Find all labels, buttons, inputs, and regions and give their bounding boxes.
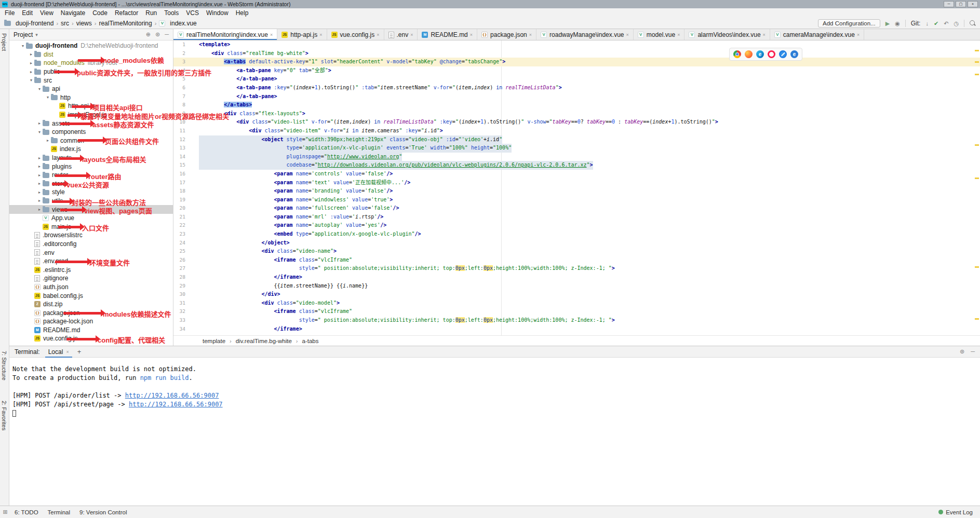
tree-item-style[interactable]: ▸style [9, 188, 173, 197]
editor-breadcrumb-item[interactable]: a-tabs [302, 338, 318, 344]
tree-item-http-api.js[interactable]: JShttp-api.js [9, 102, 173, 111]
editor-tab[interactable]: MREADME.md× [418, 29, 477, 40]
tree-item-assets[interactable]: ▸assets [9, 119, 173, 128]
ie-icon[interactable]: e [790, 50, 798, 58]
tree-item-babel.config.js[interactable]: JSbabel.config.js [9, 291, 173, 300]
tree-chevron-icon[interactable]: ▸ [36, 164, 43, 169]
terminal-link[interactable]: http://192.168.66.56:9007 [125, 392, 219, 399]
breadcrumb-item[interactable]: realTimeMonitoring [99, 20, 152, 27]
menu-navigate[interactable]: Navigate [57, 8, 89, 18]
tree-item-.eslintrc.js[interactable]: JS.eslintrc.js [9, 265, 173, 274]
terminal-link[interactable]: http://192.168.66.56:9007 [129, 401, 223, 408]
editor-tab[interactable]: VcameraManage\index.vue× [770, 29, 864, 40]
tree-chevron-icon[interactable]: ▾ [28, 78, 34, 83]
search-icon[interactable] [970, 20, 976, 26]
safari-icon[interactable] [779, 50, 787, 58]
chevron-down-icon[interactable]: ▾ [35, 32, 38, 37]
tree-item-.gitignore[interactable]: .gitignore [9, 274, 173, 283]
editor-scrollbar[interactable] [974, 40, 980, 335]
tree-item-src[interactable]: ▾src [9, 76, 173, 85]
terminal-tab-local[interactable]: Local × [45, 346, 72, 358]
editor-tab[interactable]: {}package.json× [477, 29, 536, 40]
tree-chevron-icon[interactable]: ▾ [36, 130, 43, 134]
tree-item-importExcel.js[interactable]: JSimportExcel.js [9, 111, 173, 119]
tree-item-vue.config.js[interactable]: JSvue.config.js [9, 334, 173, 343]
tree-item-layouts[interactable]: ▸layouts [9, 154, 173, 162]
terminal-settings-icon[interactable]: ⊛ [960, 348, 964, 355]
tree-item-store[interactable]: ▸store [9, 180, 173, 188]
status-6-todo[interactable]: 6: TODO [15, 509, 38, 515]
close-tab-icon[interactable]: × [377, 32, 379, 37]
tree-chevron-icon[interactable]: ▸ [36, 207, 43, 212]
menu-edit[interactable]: Edit [18, 8, 36, 18]
close-tab-icon[interactable]: × [270, 32, 273, 37]
close-tab-icon[interactable]: × [470, 32, 473, 37]
hide-panel-icon[interactable]: ─ [165, 31, 169, 38]
close-tab-icon[interactable]: × [410, 32, 413, 37]
tool-window-switcher-icon[interactable]: ⊞ [0, 509, 10, 515]
tree-item-.env[interactable]: .env [9, 248, 173, 257]
code-editor[interactable]: 1<template>2 <div class="realTime bg-whi… [173, 40, 980, 335]
git-history-icon[interactable]: ◷ [954, 19, 959, 28]
tree-item-index.js[interactable]: JSindex.js [9, 145, 173, 154]
tree-chevron-icon[interactable]: ▸ [28, 52, 34, 57]
tree-item-http[interactable]: ▾http [9, 93, 173, 102]
terminal-output[interactable]: Note that the development build is not o… [9, 358, 980, 506]
editor-tab[interactable]: Vmodel.vue× [634, 29, 685, 40]
breadcrumb-item[interactable]: duoji-frontend [4, 20, 53, 27]
git-rollback-icon[interactable]: ↶ [944, 19, 948, 28]
minimize-button[interactable] [944, 1, 954, 7]
tree-item-components[interactable]: ▾components [9, 128, 173, 137]
editor-breadcrumb-item[interactable]: div.realTime.bg-white [236, 338, 292, 344]
menu-view[interactable]: View [36, 8, 57, 18]
tree-chevron-icon[interactable]: ▸ [28, 61, 34, 65]
tree-chevron-icon[interactable]: ▾ [36, 87, 43, 91]
close-button[interactable] [968, 1, 978, 7]
tree-item-node_modules[interactable]: ▸node_moduleslibrary root [9, 59, 173, 67]
tree-item-api[interactable]: ▾api [9, 85, 173, 93]
tree-item-utils[interactable]: ▸utils [9, 197, 173, 206]
tree-chevron-icon[interactable]: ▾ [45, 95, 51, 100]
close-tab-icon[interactable]: × [529, 32, 532, 37]
close-tab-icon[interactable]: × [857, 32, 860, 37]
status-9-version-control[interactable]: 9: Version Control [79, 509, 127, 515]
tree-item-package-lock.json[interactable]: {}package-lock.json [9, 317, 173, 326]
run-icon[interactable]: ▶ [885, 19, 890, 28]
tree-item-duoji-frontend[interactable]: ▾duoji-frontendD:\zheheWeb\duoji-fronten… [9, 42, 173, 50]
close-tab-icon[interactable]: × [319, 32, 322, 37]
tree-chevron-icon[interactable]: ▸ [36, 121, 43, 126]
close-tab-icon[interactable]: × [677, 32, 680, 37]
menu-file[interactable]: File [1, 8, 18, 18]
status-terminal[interactable]: Terminal [48, 509, 70, 515]
tree-item-views[interactable]: ▸views [9, 205, 173, 214]
tree-chevron-icon[interactable]: ▸ [28, 70, 34, 74]
editor-tab[interactable]: VrealTimeMonitoring\index.vue× [173, 29, 277, 40]
new-terminal-icon[interactable]: + [77, 348, 82, 356]
tree-chevron-icon[interactable]: ▾ [20, 44, 26, 48]
tree-item-public[interactable]: ▸public [9, 67, 173, 76]
debug-icon[interactable]: ◉ [895, 19, 900, 28]
close-tab-icon[interactable]: × [763, 32, 766, 37]
menu-run[interactable]: Run [142, 8, 160, 18]
breadcrumb-item[interactable]: src [61, 20, 69, 27]
tool-button-structure[interactable]: 7: Structure [1, 351, 7, 380]
tree-item-auth.json[interactable]: {}auth.json [9, 283, 173, 292]
tree-item-dist[interactable]: ▸dist [9, 50, 173, 59]
menu-vcs[interactable]: VCS [182, 8, 203, 18]
tree-item-dist.zip[interactable]: Zdist.zip [9, 300, 173, 309]
menu-code[interactable]: Code [89, 8, 111, 18]
tree-chevron-icon[interactable]: ▸ [36, 190, 43, 195]
opera-icon[interactable] [768, 50, 775, 58]
chrome-icon[interactable] [733, 50, 741, 58]
git-commit-icon[interactable]: ✔ [934, 19, 938, 28]
tool-button-project[interactable]: Project [1, 33, 7, 51]
tree-item-router[interactable]: ▸router [9, 171, 173, 180]
tree-chevron-icon[interactable]: ▸ [36, 156, 43, 160]
tree-chevron-icon[interactable]: ▸ [45, 138, 51, 143]
tree-item-App.vue[interactable]: VApp.vue [9, 214, 173, 223]
tree-item-.editorconfig[interactable]: .editorconfig [9, 240, 173, 249]
menu-tools[interactable]: Tools [160, 8, 182, 18]
tree-item-main.js[interactable]: JSmain.js [9, 222, 173, 231]
tree-item-common[interactable]: ▸common [9, 137, 173, 145]
tree-chevron-icon[interactable]: ▸ [36, 198, 43, 203]
